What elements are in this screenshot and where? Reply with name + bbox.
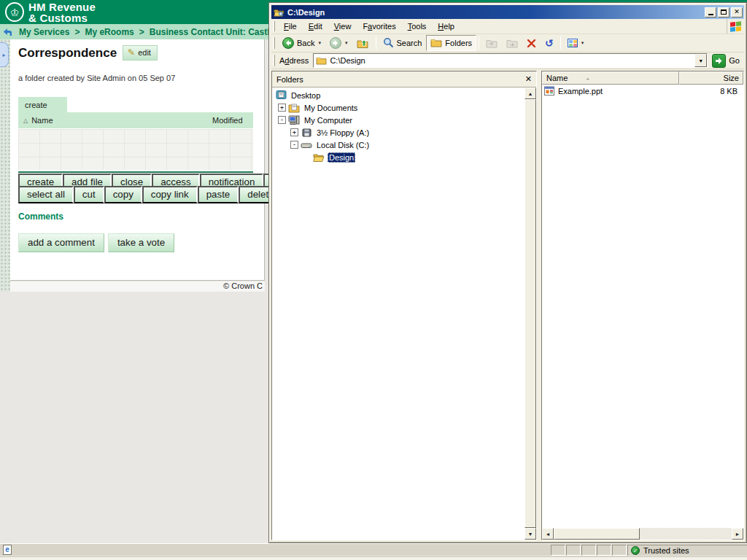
statusbar-cell bbox=[566, 545, 581, 556]
hmrc-crown-logo-icon: ♔ bbox=[5, 2, 24, 22]
address-input[interactable]: C:\Design ▼ bbox=[313, 53, 708, 68]
breadcrumb-item-my-services[interactable]: My Services bbox=[19, 27, 69, 37]
toolbar-grip[interactable] bbox=[273, 37, 275, 50]
statusbar-cell bbox=[597, 545, 611, 556]
back-dropdown-icon[interactable]: ▾ bbox=[318, 40, 321, 46]
statusbar-cell bbox=[612, 545, 627, 556]
tree-item-label: 3½ Floppy (A:) bbox=[315, 128, 371, 138]
sidebar-expand-tab[interactable]: ▸ bbox=[0, 42, 9, 67]
explorer-menubar: File Edit View Favorites Tools Help bbox=[271, 19, 744, 34]
tree-item-my-documents[interactable]: + My Documents bbox=[272, 101, 525, 114]
folder-tree: Desktop + My Documents - My Computer + bbox=[272, 89, 525, 163]
views-button[interactable]: ▾ bbox=[563, 36, 589, 50]
views-icon bbox=[568, 39, 578, 47]
minimize-button[interactable] bbox=[705, 7, 716, 18]
tree-item-desktop[interactable]: Desktop bbox=[272, 89, 525, 101]
sort-triangle-icon[interactable]: △ bbox=[23, 117, 28, 124]
go-button[interactable] bbox=[712, 54, 726, 68]
column-header-modified[interactable]: Modified bbox=[212, 116, 253, 125]
scroll-down-icon[interactable]: ▼ bbox=[525, 528, 536, 540]
addressbar-grip[interactable] bbox=[273, 55, 275, 66]
menu-tools[interactable]: Tools bbox=[402, 20, 433, 33]
trusted-sites-icon: ✓ bbox=[631, 546, 640, 555]
folders-icon bbox=[430, 37, 442, 49]
scroll-right-icon[interactable]: ► bbox=[732, 528, 743, 540]
breadcrumb-back-arrow-icon[interactable] bbox=[3, 28, 12, 36]
folders-pane: Folders ✕ Desktop + My Documents - bbox=[271, 71, 537, 540]
toolbar-separator bbox=[376, 36, 376, 50]
take-vote-button[interactable]: take a vote bbox=[108, 233, 174, 252]
paste-button[interactable]: paste bbox=[198, 186, 239, 203]
copy-to-button[interactable] bbox=[502, 36, 522, 50]
page-title: Correspondence bbox=[18, 46, 117, 61]
column-header-name[interactable]: Name bbox=[31, 116, 212, 125]
forward-button[interactable]: ▾ bbox=[325, 35, 352, 51]
scroll-left-icon[interactable]: ◄ bbox=[542, 528, 554, 540]
toolbar-separator bbox=[479, 36, 479, 50]
tree-item-floppy-a[interactable]: + 3½ Floppy (A:) bbox=[272, 126, 525, 139]
taskbar-edge bbox=[0, 556, 747, 560]
folders-pane-close-icon[interactable]: ✕ bbox=[525, 74, 532, 84]
go-label[interactable]: Go bbox=[729, 56, 740, 65]
column-header-size[interactable]: Size bbox=[679, 71, 743, 85]
copy-link-button[interactable]: copy link bbox=[142, 186, 198, 203]
select-all-button[interactable]: select all bbox=[18, 186, 74, 203]
column-header-name[interactable]: Name ▲ bbox=[542, 71, 679, 85]
scroll-up-icon[interactable]: ▲ bbox=[525, 88, 536, 99]
move-to-button[interactable] bbox=[481, 36, 502, 50]
menu-help[interactable]: Help bbox=[432, 20, 460, 33]
menu-file[interactable]: File bbox=[278, 20, 303, 33]
menu-edit[interactable]: Edit bbox=[303, 20, 328, 33]
tree-expander-minus[interactable]: - bbox=[290, 141, 298, 149]
explorer-folder-icon bbox=[274, 7, 285, 18]
address-dropdown-button[interactable]: ▼ bbox=[694, 54, 707, 67]
search-button[interactable]: Search bbox=[379, 35, 427, 52]
tree-expander-plus[interactable]: + bbox=[290, 128, 298, 136]
folders-vertical-scrollbar[interactable]: ▲ ▼ bbox=[525, 88, 536, 540]
forward-dropdown-icon[interactable]: ▾ bbox=[345, 40, 348, 46]
breadcrumb-item-my-erooms[interactable]: My eRooms bbox=[85, 27, 133, 37]
sort-ascending-icon: ▲ bbox=[585, 76, 590, 81]
divider bbox=[18, 171, 253, 173]
close-window-button[interactable]: ✕ bbox=[731, 7, 743, 18]
explorer-toolbar: Back ▾ ▾ Search Folders ↺ bbox=[271, 34, 744, 52]
ie-document-icon: e bbox=[3, 545, 12, 555]
explorer-titlebar[interactable]: C:\Design ✕ bbox=[271, 5, 744, 19]
files-pane: Name ▲ Size Example.ppt 8 KB ◄ ► bbox=[541, 71, 744, 540]
maximize-button[interactable] bbox=[718, 7, 729, 18]
tree-item-local-disk-c[interactable]: - Local Disk (C:) bbox=[272, 139, 525, 151]
tree-expander-plus[interactable]: + bbox=[278, 104, 286, 112]
toolbar-separator bbox=[560, 36, 561, 50]
add-comment-button[interactable]: add a comment bbox=[18, 233, 104, 252]
copy-button[interactable]: copy bbox=[104, 186, 142, 203]
desktop-icon bbox=[275, 90, 287, 101]
menu-view[interactable]: View bbox=[328, 20, 357, 33]
breadcrumb-separator: > bbox=[74, 27, 80, 37]
copy-to-icon bbox=[506, 38, 518, 48]
menu-favorites[interactable]: Favorites bbox=[357, 20, 401, 33]
scrollbar-thumb[interactable] bbox=[525, 99, 536, 528]
back-button[interactable]: Back ▾ bbox=[278, 35, 325, 51]
undo-button[interactable]: ↺ bbox=[541, 36, 558, 50]
tree-item-my-computer[interactable]: - My Computer bbox=[272, 114, 525, 126]
eroom-content-panel: Correspondence ✎ edit a folder created b… bbox=[10, 39, 265, 281]
hard-disk-icon bbox=[301, 139, 312, 151]
edit-button[interactable]: ✎ edit bbox=[123, 45, 158, 61]
up-button[interactable] bbox=[352, 36, 374, 51]
file-row-example-ppt[interactable]: Example.ppt 8 KB bbox=[542, 85, 743, 97]
statusbar-cell bbox=[581, 545, 596, 556]
create-tab[interactable]: create bbox=[18, 97, 67, 112]
tree-item-design[interactable]: Design bbox=[272, 151, 525, 163]
address-folder-icon bbox=[316, 55, 327, 66]
file-name: Example.ppt bbox=[558, 87, 603, 96]
folders-button[interactable]: Folders bbox=[426, 35, 476, 51]
cut-button[interactable]: cut bbox=[74, 186, 104, 203]
tree-expander-minus[interactable]: - bbox=[278, 116, 286, 124]
breadcrumb-item-business-contact-unit[interactable]: Business Contact Unit: Castleroy bbox=[150, 27, 288, 37]
files-horizontal-scrollbar[interactable]: ◄ ► bbox=[542, 528, 743, 540]
menubar-grip[interactable] bbox=[273, 21, 275, 31]
views-dropdown-icon[interactable]: ▾ bbox=[581, 40, 584, 46]
delete-button-explorer[interactable] bbox=[522, 36, 541, 50]
back-icon bbox=[282, 37, 294, 49]
scrollbar-thumb[interactable] bbox=[554, 528, 640, 540]
